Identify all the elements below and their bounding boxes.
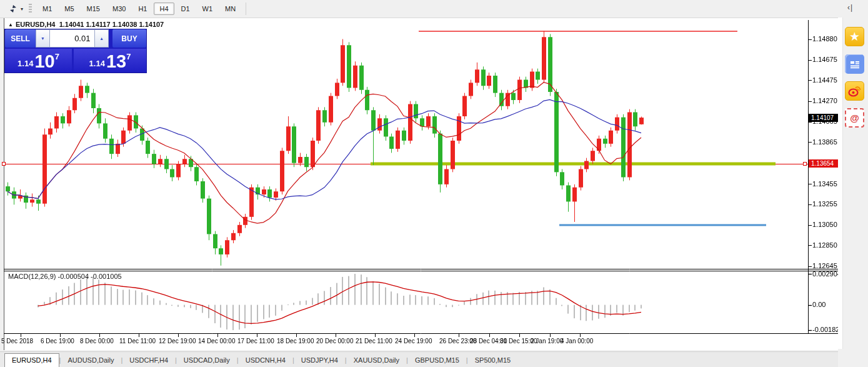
symbol-marker-icon: ▲ <box>8 22 13 28</box>
sell-button[interactable]: SELL <box>5 29 36 48</box>
price-axis-label: 1.12850 <box>812 241 837 249</box>
collapse-sidebar-button[interactable]: ‹| <box>847 3 853 12</box>
buy-price-point: 7 <box>126 52 131 61</box>
mail-button[interactable]: @ <box>845 108 864 128</box>
timeframe-button-m1[interactable]: M1 <box>37 3 57 15</box>
star-icon: ★ <box>849 31 860 43</box>
price-axis-label: 1.12645 <box>812 262 837 269</box>
timeframe-button-m5[interactable]: M5 <box>59 3 79 15</box>
news-button[interactable] <box>845 54 864 74</box>
top-toolbar: ▾ M1M5M15M30H1H4D1W1MN <box>0 0 868 18</box>
time-axis-label: 18 Dec 19:00 <box>277 338 314 344</box>
tile-windows-icon <box>8 4 18 13</box>
time-axis-label: 20 Dec 00:00 <box>316 338 354 344</box>
price-axis-label: 1.13255 <box>812 200 837 208</box>
weibo-icon <box>848 85 861 97</box>
chart-tab-gbpusd-m15[interactable]: GBPUSD,M15 <box>408 354 466 367</box>
buy-price-pips: 13 <box>106 52 126 71</box>
sidebar-scroll-strip[interactable] <box>838 18 843 349</box>
sell-price-display[interactable]: 1.14 10 7 <box>5 49 72 72</box>
price-axis-label: 1.14675 <box>812 56 837 63</box>
toolbar-grip[interactable] <box>29 4 32 14</box>
macd-indicator-label: MACD(12,26,9) -0.000504 -0.001005 <box>8 273 122 280</box>
chart-tab-bar: EURUSD,H4|AUDUSD,Daily|USDCHF,H4|USDCAD,… <box>0 351 868 367</box>
time-axis-label: 8 Dec 00:00 <box>80 338 114 344</box>
sell-price-pips: 10 <box>34 52 54 71</box>
price-axis-label: 1.14270 <box>812 97 837 104</box>
timeframe-button-h4[interactable]: H4 <box>154 3 174 15</box>
chart-title: ▲EURUSD,H4 1.14041 1.14117 1.14038 1.141… <box>8 21 164 28</box>
time-axis-label: 11 Dec 11:00 <box>119 338 156 344</box>
price-axis-label: 1.13865 <box>812 138 837 146</box>
chevron-down-icon: ▾ <box>21 6 23 12</box>
timeframe-button-m15[interactable]: M15 <box>81 3 106 15</box>
price-axis-label: 1.13050 <box>812 221 837 228</box>
time-axis-label: 21 Dec 11:00 <box>356 338 392 344</box>
volume-increase-button[interactable]: ▲ <box>94 29 109 48</box>
time-axis-label: 6 Dec 19:00 <box>41 338 74 344</box>
timeframe-button-m30[interactable]: M30 <box>107 3 131 15</box>
price-axis-label: 1.14880 <box>812 35 837 43</box>
time-axis-label: 4 Jan 00:00 <box>561 338 593 344</box>
timeframe-button-mn[interactable]: MN <box>219 3 241 15</box>
sell-price-base: 1.14 <box>17 59 33 68</box>
level-price-badge: 1.13654 <box>809 159 841 168</box>
chart-tools-button[interactable]: ▾ <box>5 3 26 14</box>
time-axis-label: 17 Dec 11:00 <box>237 338 274 344</box>
macd-scale-max: 0.002904 <box>812 270 841 278</box>
chart-tab-usdchf-h4[interactable]: USDCHF,H4 <box>122 354 175 367</box>
chart-ohlc-values: 1.14041 1.14117 1.14038 1.14107 <box>59 21 164 28</box>
time-axis-label: 5 Dec 2018 <box>1 338 33 344</box>
buy-price-display[interactable]: 1.14 13 7 <box>74 49 146 72</box>
chart-tab-usdcnh-h4[interactable]: USDCNH,H4 <box>239 354 292 367</box>
buy-button[interactable]: BUY <box>112 29 146 48</box>
chart-tab-eurusd-h4[interactable]: EURUSD,H4 <box>4 353 59 367</box>
newspaper-icon <box>849 59 861 69</box>
macd-scale-zero: 0.00 <box>812 301 826 308</box>
chart-tab-usdjpy-h4[interactable]: USDJPY,H4 <box>294 354 345 367</box>
right-sidebar: ‹| ★ @ <box>838 0 868 367</box>
timeframe-button-d1[interactable]: D1 <box>176 3 196 15</box>
chart-tab-xauusd-daily[interactable]: XAUUSD,Daily <box>347 354 406 367</box>
one-click-trading-panel: SELL ▼ 0.01 ▲ BUY 1.14 10 7 1.14 13 7 <box>5 29 146 73</box>
chart-tab-sp500-m15[interactable]: SP500,M15 <box>468 354 517 367</box>
volume-decrease-button[interactable]: ▼ <box>36 29 50 48</box>
timeframe-toolbar: M1M5M15M30H1H4D1W1MN <box>36 3 242 15</box>
chart-tab-audusd-daily[interactable]: AUDUSD,Daily <box>61 354 121 367</box>
timeframe-button-h1[interactable]: H1 <box>132 3 152 15</box>
chart-symbol-period: EURUSD,H4 <box>16 21 56 28</box>
timeframe-button-w1[interactable]: W1 <box>197 3 219 15</box>
chart-tab-usdcad-daily[interactable]: USDCAD,Daily <box>177 354 237 367</box>
volume-input[interactable]: 0.01 <box>50 29 95 48</box>
favorites-button[interactable]: ★ <box>845 27 864 46</box>
toolbar-separator <box>246 3 246 15</box>
price-axis-label: 1.13455 <box>812 180 837 188</box>
weibo-button[interactable] <box>845 81 864 101</box>
time-axis-label: 14 Dec 00:00 <box>198 338 236 344</box>
time-axis-label: 12 Dec 19:00 <box>159 338 196 344</box>
buy-price-base: 1.14 <box>89 59 105 68</box>
price-axis-label: 1.14475 <box>812 76 837 84</box>
at-mail-icon: @ <box>850 113 859 123</box>
sell-price-point: 7 <box>55 52 59 61</box>
time-axis-label: 24 Dec 19:00 <box>395 338 432 344</box>
current-price-badge: 1.14107 <box>809 114 841 122</box>
time-axis-label: 2 Jan 19:00 <box>531 338 563 344</box>
mt4-window: ▾ M1M5M15M30H1H4D1W1MN ▲EURUSD,H4 1.1404… <box>0 0 868 367</box>
